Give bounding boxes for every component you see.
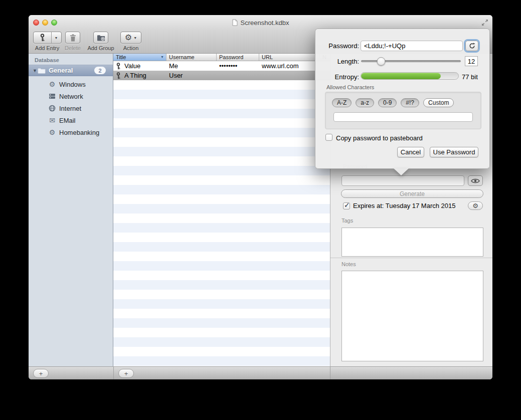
sidebar-item-label: General xyxy=(49,67,73,74)
entry-count-badge: 2 xyxy=(94,67,106,74)
sidebar-item-internet[interactable]: Internet xyxy=(29,102,113,114)
length-label: Length: xyxy=(315,58,359,65)
tags-field[interactable] xyxy=(341,228,483,257)
folder-icon xyxy=(38,68,46,74)
table-row[interactable]: Value Me •••••••• www.url.com xyxy=(113,61,330,71)
charset-symbols-button[interactable]: #!? xyxy=(401,98,419,107)
entropy-bits: 77 bit xyxy=(462,73,478,81)
app-window: Screenshot.kdbx ▼ Add Entry xyxy=(29,15,492,379)
column-header-username[interactable]: Username xyxy=(166,54,217,61)
sidebar-item-label: Homebanking xyxy=(59,129,99,136)
action-label: Action xyxy=(123,45,139,51)
sidebar-item-windows[interactable]: ⚙ Windows xyxy=(29,78,113,90)
copy-to-pasteboard-checkbox[interactable] xyxy=(325,134,332,141)
cell-password: •••••••• xyxy=(217,62,259,70)
panel-divider xyxy=(330,258,492,258)
sidebar-item-label: Internet xyxy=(59,105,81,112)
window-title-area: Screenshot.kdbx xyxy=(29,15,492,30)
action-dropdown-arrow: ▼ xyxy=(133,36,137,40)
copy-to-pasteboard-label: Copy password to pasteboard xyxy=(336,134,423,142)
custom-characters-field[interactable] xyxy=(333,112,473,122)
cell-title: Value xyxy=(124,62,140,70)
generated-password-field[interactable] xyxy=(361,41,463,51)
cell-title: A Thing xyxy=(124,72,146,79)
entry-password-field[interactable] xyxy=(341,175,464,186)
sidebar-header: Database xyxy=(35,57,59,63)
sidebar-item-general[interactable]: ▼ General 2 xyxy=(29,65,113,76)
bottom-bar-divider xyxy=(330,367,330,379)
table-header: Title ▼ Username Password URL N xyxy=(113,54,330,61)
sidebar-item-label: Windows xyxy=(59,81,86,88)
cell-username: Me xyxy=(166,62,217,70)
add-group-plus-button[interactable]: + xyxy=(33,369,49,378)
expires-settings-button[interactable]: ⚙ xyxy=(468,201,483,210)
add-entry-dropdown-arrow[interactable]: ▼ xyxy=(51,32,61,43)
expires-label: Expires at: Tuesday 17 March 2015 xyxy=(353,202,456,209)
entry-table: Title ▼ Username Password URL N Value Me… xyxy=(113,54,330,366)
password-generator-popover: Password: Length: 12 Entropy: 77 bit All… xyxy=(315,29,490,169)
add-entry-button[interactable]: ▼ Add Entry xyxy=(33,32,62,51)
column-header-password[interactable]: Password xyxy=(217,54,259,61)
delete-label: Delete xyxy=(65,45,81,51)
use-password-button[interactable]: Use Password xyxy=(430,147,478,157)
server-icon xyxy=(48,93,57,99)
notes-field[interactable] xyxy=(341,271,483,361)
window-title: Screenshot.kdbx xyxy=(241,19,289,27)
disclosure-triangle-icon[interactable]: ▼ xyxy=(33,68,38,73)
empty-rows-stripes xyxy=(113,80,330,366)
key-icon xyxy=(116,72,121,79)
charset-custom-button[interactable]: Custom xyxy=(423,98,454,107)
tags-label: Tags xyxy=(341,218,353,224)
sidebar-item-label: Network xyxy=(59,93,83,100)
bottom-bar-divider xyxy=(113,367,114,379)
action-button[interactable]: ⚙ ▼ Action xyxy=(119,32,142,51)
folder-plus-icon xyxy=(97,35,105,41)
add-entry-plus-button[interactable]: + xyxy=(118,369,134,378)
charset-uppercase-button[interactable]: A-Z xyxy=(332,98,352,107)
gear-icon: ⚙ xyxy=(472,202,478,209)
show-password-button[interactable] xyxy=(468,175,483,186)
entropy-bar xyxy=(361,72,459,80)
globe-icon xyxy=(48,105,57,112)
table-row-selected[interactable]: A Thing User xyxy=(113,71,330,80)
add-entry-label: Add Entry xyxy=(35,45,59,51)
popover-arrow xyxy=(394,168,409,175)
document-icon xyxy=(232,19,238,26)
charset-digits-button[interactable]: 0-9 xyxy=(378,98,397,107)
entropy-bar-fill xyxy=(361,73,441,79)
regenerate-button[interactable] xyxy=(465,41,478,51)
column-header-title[interactable]: Title ▼ xyxy=(113,54,166,61)
length-value[interactable]: 12 xyxy=(465,56,478,66)
sidebar-item-network[interactable]: Network xyxy=(29,90,113,102)
add-group-label: Add Group xyxy=(87,45,114,51)
eye-icon xyxy=(471,178,480,184)
password-label: Password: xyxy=(315,42,359,50)
key-icon xyxy=(34,32,51,43)
gear-icon: ⚙ xyxy=(48,81,57,88)
cell-username: User xyxy=(166,72,217,79)
delete-button[interactable]: Delete xyxy=(64,32,82,51)
key-icon xyxy=(116,63,121,70)
sidebar-item-label: EMail xyxy=(59,117,76,124)
trash-icon xyxy=(70,34,76,42)
gear-icon: ⚙ xyxy=(48,129,57,136)
length-slider-thumb[interactable] xyxy=(377,57,386,66)
refresh-icon xyxy=(469,43,475,49)
charset-lowercase-button[interactable]: a-z xyxy=(356,98,374,107)
cell-url: www.url.com xyxy=(259,62,320,70)
desktop-background: Screenshot.kdbx ▼ Add Entry xyxy=(0,0,521,420)
character-sets-box: A-Z a-z 0-9 #!? Custom xyxy=(325,92,481,129)
sidebar: Database ▼ General 2 ⚙ Windows Network xyxy=(29,54,113,366)
column-header-url[interactable]: URL xyxy=(259,54,320,61)
length-slider[interactable] xyxy=(361,60,461,62)
generate-button[interactable]: Generate xyxy=(341,189,483,198)
fullscreen-icon[interactable] xyxy=(481,19,488,26)
expires-checkbox[interactable]: ✓ xyxy=(343,202,350,209)
bottom-bar: + + xyxy=(29,366,492,379)
allowed-characters-label: Allowed Characters xyxy=(326,84,374,90)
notes-label: Notes xyxy=(341,261,356,267)
sidebar-item-homebanking[interactable]: ⚙ Homebanking xyxy=(29,126,113,138)
cancel-button[interactable]: Cancel xyxy=(397,147,424,157)
sidebar-item-email[interactable]: ✉ EMail xyxy=(29,114,113,126)
add-group-button[interactable]: Add Group xyxy=(85,32,117,51)
